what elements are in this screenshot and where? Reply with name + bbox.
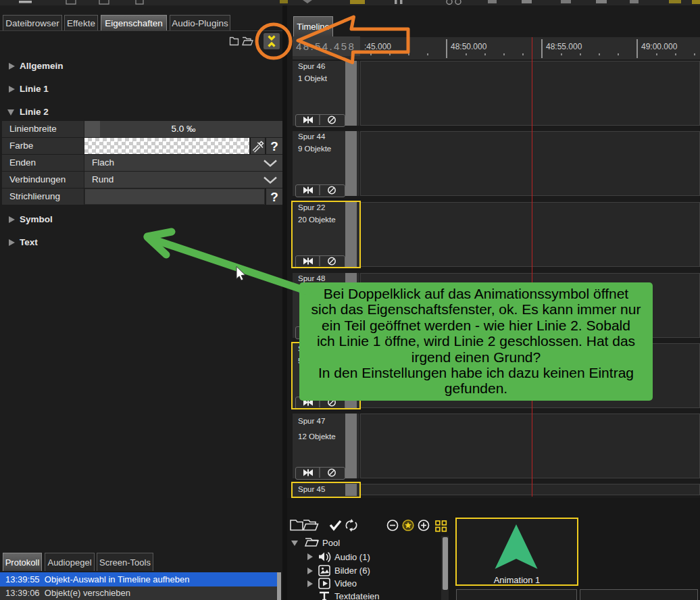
svg-text:48:55.000: 48:55.000 bbox=[546, 42, 582, 51]
svg-text:48:50.000: 48:50.000 bbox=[451, 42, 487, 51]
svg-text:49:00.000: 49:00.000 bbox=[641, 42, 678, 51]
svg-text::45.000: :45.000 bbox=[364, 42, 391, 51]
